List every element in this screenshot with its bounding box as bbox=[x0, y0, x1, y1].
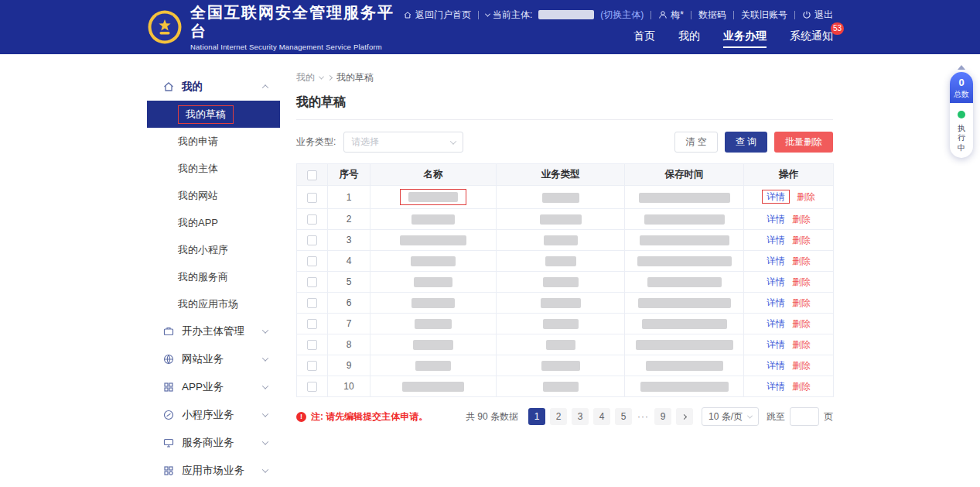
switch-subject-link[interactable]: (切换主体) bbox=[600, 9, 644, 22]
page-button-2[interactable]: 2 bbox=[550, 408, 567, 425]
row-checkbox[interactable] bbox=[307, 382, 317, 392]
data-code-link[interactable]: 数据码 bbox=[698, 9, 726, 22]
sidebar-item-my-subjects[interactable]: 我的主体 bbox=[147, 155, 280, 182]
detail-link[interactable]: 详情 bbox=[767, 381, 785, 392]
logout-link[interactable]: 退出 bbox=[802, 9, 833, 22]
redacted-type bbox=[541, 361, 580, 371]
detail-link[interactable]: 详情 bbox=[767, 235, 785, 245]
nav-notifications[interactable]: 系统通知 53 bbox=[790, 29, 833, 48]
redacted-name bbox=[415, 361, 451, 371]
redacted-type bbox=[540, 214, 582, 225]
detail-link[interactable]: 详情 bbox=[767, 256, 785, 266]
delete-link[interactable]: 删除 bbox=[792, 276, 811, 287]
redacted-type bbox=[542, 193, 579, 203]
detail-link[interactable]: 详情 bbox=[767, 276, 785, 287]
link-old-account[interactable]: 关联旧账号 bbox=[741, 9, 787, 22]
redacted-time bbox=[640, 235, 729, 245]
clear-button[interactable]: 清 空 bbox=[674, 132, 717, 153]
delete-link[interactable]: 删除 bbox=[792, 360, 811, 371]
sidebar-section-miniprogram-business[interactable]: 小程序业务 bbox=[147, 401, 280, 429]
delete-link[interactable]: 删除 bbox=[792, 297, 811, 308]
chevron-down-icon bbox=[319, 74, 324, 80]
sidebar-item-my-app-markets[interactable]: 我的应用市场 bbox=[147, 290, 280, 317]
delete-link[interactable]: 删除 bbox=[792, 318, 811, 329]
sidebar-item-my-apps[interactable]: 我的APP bbox=[147, 209, 280, 236]
collapse-arrow-icon[interactable] bbox=[958, 65, 965, 70]
detail-link[interactable]: 详情 bbox=[767, 297, 785, 308]
main-content: 我的 我的草稿 我的草稿 业务类型: 请选择 清 空 查 询 批量删除 bbox=[280, 54, 833, 426]
return-portal-link[interactable]: 返回门户首页 bbox=[403, 9, 471, 22]
row-index: 8 bbox=[328, 334, 370, 355]
redacted-time bbox=[642, 319, 727, 329]
sidebar-item-my-providers[interactable]: 我的服务商 bbox=[147, 263, 280, 290]
page-ellipsis[interactable]: ··· bbox=[637, 411, 649, 422]
chevron-down-icon bbox=[262, 410, 268, 417]
user-menu[interactable]: 梅* bbox=[658, 9, 684, 22]
detail-link[interactable]: 详情 bbox=[767, 339, 785, 350]
nav-home[interactable]: 首页 bbox=[633, 29, 655, 48]
delete-link[interactable]: 删除 bbox=[797, 191, 815, 202]
redacted-time bbox=[638, 298, 731, 308]
page-button-3[interactable]: 3 bbox=[572, 408, 589, 425]
note-text: 注: 请先编辑提交主体申请。 bbox=[311, 410, 428, 424]
filter-bar: 业务类型: 请选择 清 空 查 询 批量删除 bbox=[296, 132, 833, 153]
total-count-value: 0 bbox=[950, 77, 973, 88]
page-button-9[interactable]: 9 bbox=[654, 408, 671, 425]
delete-link[interactable]: 删除 bbox=[792, 256, 811, 266]
page-button-1[interactable]: 1 bbox=[528, 408, 545, 425]
delete-link[interactable]: 删除 bbox=[792, 381, 811, 392]
table-row: 1 详情删除 bbox=[297, 186, 834, 209]
jump-page-input[interactable] bbox=[790, 407, 819, 426]
detail-link[interactable]: 详情 bbox=[767, 360, 785, 371]
page-button-4[interactable]: 4 bbox=[593, 408, 610, 425]
sidebar-item-my-miniprograms[interactable]: 我的小程序 bbox=[147, 236, 280, 263]
row-index: 3 bbox=[328, 230, 370, 251]
row-checkbox[interactable] bbox=[307, 319, 317, 329]
sidebar-item-my-applications[interactable]: 我的申请 bbox=[147, 128, 280, 155]
task-status-pill: 0 总数 执行中 bbox=[950, 72, 973, 158]
row-checkbox[interactable] bbox=[307, 298, 317, 308]
nav-mine[interactable]: 我的 bbox=[678, 29, 700, 48]
page-size-select[interactable]: 10 条/页 bbox=[702, 407, 759, 426]
next-page-button[interactable] bbox=[676, 408, 693, 425]
sidebar-section-subject-management[interactable]: 开办主体管理 bbox=[147, 317, 280, 345]
pagination: 共 90 条数据 1 2 3 4 5 ··· 9 10 条/页 跳至 bbox=[466, 407, 833, 426]
total-count-label: 总数 bbox=[953, 90, 970, 99]
task-status-widget[interactable]: 0 总数 执行中 bbox=[950, 65, 973, 158]
row-checkbox[interactable] bbox=[307, 277, 317, 287]
breadcrumb-level1[interactable]: 我的 bbox=[296, 71, 315, 84]
redacted-time bbox=[646, 361, 723, 371]
briefcase-icon bbox=[162, 325, 175, 338]
delete-link[interactable]: 删除 bbox=[792, 339, 811, 350]
alert-icon: ! bbox=[296, 412, 306, 422]
row-checkbox[interactable] bbox=[307, 340, 317, 350]
current-subject[interactable]: 当前主体: (切换主体) bbox=[486, 9, 644, 22]
detail-link[interactable]: 详情 bbox=[767, 214, 785, 225]
delete-link[interactable]: 删除 bbox=[792, 235, 811, 245]
row-checkbox[interactable] bbox=[307, 361, 317, 371]
delete-link[interactable]: 删除 bbox=[792, 214, 811, 225]
row-checkbox[interactable] bbox=[307, 193, 317, 203]
sidebar-section-my[interactable]: 我的 bbox=[147, 73, 280, 101]
search-button[interactable]: 查 询 bbox=[725, 132, 767, 153]
chevron-up-icon bbox=[262, 84, 268, 91]
sidebar-item-my-websites[interactable]: 我的网站 bbox=[147, 182, 280, 209]
row-checkbox[interactable] bbox=[307, 235, 317, 245]
detail-link[interactable]: 详情 bbox=[762, 190, 790, 204]
page-button-5[interactable]: 5 bbox=[615, 408, 632, 425]
business-type-select[interactable]: 请选择 bbox=[343, 132, 463, 153]
batch-delete-button[interactable]: 批量删除 bbox=[774, 132, 833, 153]
jump-to: 跳至 页 bbox=[767, 407, 833, 426]
sidebar-section-market-business[interactable]: 应用市场业务 bbox=[147, 457, 280, 485]
sidebar-section-app-business[interactable]: APP业务 bbox=[147, 373, 280, 401]
row-checkbox[interactable] bbox=[307, 256, 317, 266]
nav-business[interactable]: 业务办理 bbox=[723, 29, 767, 48]
row-checkbox[interactable] bbox=[307, 214, 317, 225]
detail-link[interactable]: 详情 bbox=[767, 318, 785, 329]
chevron-down-icon bbox=[262, 438, 268, 444]
sidebar-section-provider-business[interactable]: 服务商业务 bbox=[147, 429, 280, 457]
sidebar-item-my-drafts[interactable]: 我的草稿 bbox=[147, 101, 280, 128]
select-all-checkbox[interactable] bbox=[307, 170, 317, 180]
sidebar-section-website-business[interactable]: 网站业务 bbox=[147, 345, 280, 373]
running-label: 执行中 bbox=[957, 124, 966, 153]
